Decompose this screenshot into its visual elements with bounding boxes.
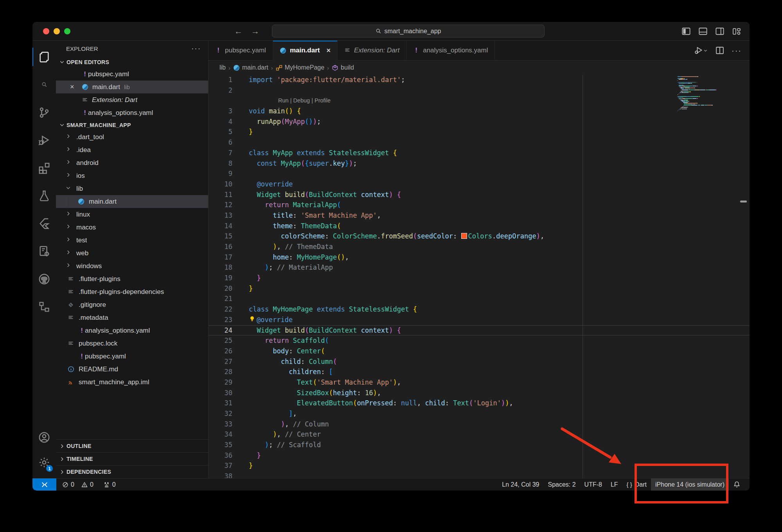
codelens-line[interactable]: Run | Debug | Profile [209, 95, 750, 106]
more-actions[interactable]: ··· [732, 46, 742, 55]
tree-file-.flutter-plugins[interactable]: .flutter-plugins [56, 272, 208, 285]
activity-flutter[interactable] [32, 210, 56, 237]
open-editors-header[interactable]: OPEN EDITORS [56, 56, 208, 68]
breadcrumb-item[interactable]: main.dart [233, 64, 268, 71]
code-line-31[interactable]: 31 ElevatedButton(onPressed: null, child… [209, 398, 750, 408]
tree-folder-linux[interactable]: linux [56, 208, 208, 221]
code-line-33[interactable]: 33 ), // Column [209, 419, 750, 430]
code-editor[interactable]: 1import 'package:flutter/material.dart';… [209, 75, 750, 478]
scrollbar-handle[interactable] [740, 201, 747, 202]
activity-settings[interactable]: 1 [32, 450, 56, 475]
tree-folder-lib[interactable]: lib [56, 182, 208, 195]
activity-testing[interactable] [32, 182, 56, 210]
code-line-27[interactable]: 27 child: Column( [209, 356, 750, 367]
code-line-29[interactable]: 29 Text('Smart Machine App'), [209, 377, 750, 388]
tree-folder-android[interactable]: android [56, 156, 208, 169]
activity-search[interactable] [32, 71, 56, 99]
code-line-18[interactable]: 18 ); // MaterialApp [209, 262, 750, 273]
problems-button[interactable]: 00 [62, 481, 93, 488]
customize-layout-icon[interactable] [732, 27, 741, 36]
zoom-button[interactable] [64, 28, 70, 34]
activity-explorer[interactable] [32, 43, 56, 71]
minimap[interactable] [678, 76, 724, 113]
panel-bottom-icon[interactable] [699, 27, 707, 36]
minimize-button[interactable] [54, 28, 60, 34]
code-line-2[interactable]: 2 [209, 85, 750, 96]
code-line-13[interactable]: 13 title: 'Smart Machine App', [209, 210, 750, 221]
activity-references[interactable] [32, 293, 56, 321]
activity-github[interactable] [32, 265, 56, 293]
tree-folder-web[interactable]: web [56, 247, 208, 260]
sidebar-more-actions[interactable]: ··· [191, 44, 201, 53]
tree-folder-.dart_tool[interactable]: .dart_tool [56, 131, 208, 143]
tree-folder-test[interactable]: test [56, 234, 208, 247]
breadcrumb-item[interactable]: lib [219, 64, 226, 71]
panel-left-icon[interactable] [682, 27, 690, 36]
breadcrumb-item[interactable]: build [332, 64, 354, 71]
close-icon[interactable]: × [70, 83, 74, 91]
encoding[interactable]: UTF-8 [580, 478, 606, 491]
code-line-28[interactable]: 28 children: [ [209, 367, 750, 377]
code-line-19[interactable]: 19 } [209, 273, 750, 283]
code-line-7[interactable]: 7class MyApp extends StatelessWidget { [209, 148, 750, 158]
activity-source-control[interactable] [32, 99, 56, 126]
tree-folder-.idea[interactable]: .idea [56, 143, 208, 156]
project-root-header[interactable]: SMART_MACHINE_APP [56, 119, 208, 131]
tree-file-smart_machine_app.iml[interactable]: smart_machine_app.iml [56, 376, 208, 389]
code-line-30[interactable]: 30 SizedBox(height: 16), [209, 388, 750, 398]
tree-file-pubspec.lock[interactable]: pubspec.lock [56, 337, 208, 350]
code-line-5[interactable]: 5} [209, 127, 750, 137]
activity-extensions[interactable] [32, 154, 56, 182]
code-line-32[interactable]: 32 ], [209, 408, 750, 419]
code-line-35[interactable]: 35 ); // Scaffold [209, 440, 750, 450]
tree-file-.flutter-plugins-dependencies[interactable]: .flutter-plugins-dependencies [56, 285, 208, 298]
code-line-22[interactable]: 22class MyHomePage extends StatelessWidg… [209, 304, 750, 315]
tab-main-dart[interactable]: main.dart× [273, 41, 338, 61]
notifications-bell[interactable] [729, 478, 745, 491]
forward-button[interactable]: → [251, 27, 259, 36]
section-outline[interactable]: OUTLINE [56, 439, 208, 452]
close-icon[interactable]: × [326, 47, 331, 55]
back-button[interactable]: ← [234, 27, 243, 36]
tab-extension-dart[interactable]: Extension: Dart [338, 41, 406, 60]
activity-run-and-debug[interactable] [32, 126, 56, 154]
indentation[interactable]: Spaces: 2 [543, 478, 580, 491]
code-line-1[interactable]: 1import 'package:flutter/material.dart'; [209, 75, 750, 85]
tree-file-README.md[interactable]: README.md [56, 363, 208, 376]
code-line-4[interactable]: 4 runApp(MyApp()); [209, 116, 750, 127]
code-line-10[interactable]: 10 @override [209, 179, 750, 190]
color-swatch[interactable] [461, 233, 467, 239]
open-editor-item[interactable]: Extension: Dart [56, 93, 208, 106]
code-line-20[interactable]: 20} [209, 283, 750, 294]
tab-pubspec-yaml[interactable]: !pubspec.yaml [209, 41, 273, 60]
code-line-14[interactable]: 14 theme: ThemeData( [209, 221, 750, 231]
code-line-16[interactable]: 16 ), // ThemeData [209, 242, 750, 252]
remote-indicator[interactable] [32, 478, 56, 491]
code-line-17[interactable]: 17 home: MyHomePage(), [209, 252, 750, 263]
code-line-23[interactable]: 23@override [209, 315, 750, 325]
split-editor[interactable] [715, 46, 724, 55]
code-line-24[interactable]: 24 Widget build(BuildContext context) { [209, 325, 750, 336]
command-center-search[interactable]: smart_machine_app [272, 25, 545, 38]
code-line-3[interactable]: 3void main() { [209, 106, 750, 116]
tree-file-main.dart[interactable]: main.dart [56, 195, 208, 208]
language-mode[interactable]: { }Dart [622, 478, 651, 491]
breadcrumb-item[interactable]: MyHomePage [276, 64, 324, 71]
tree-file-.gitignore[interactable]: .gitignore [56, 298, 208, 311]
code-line-37[interactable]: 37} [209, 460, 750, 471]
end-of-line[interactable]: LF [606, 478, 622, 491]
breadcrumb[interactable]: lib› main.dart› MyHomePage› build [209, 61, 750, 75]
lightbulb-icon[interactable] [249, 315, 257, 322]
code-line-9[interactable]: 9 [209, 168, 750, 179]
code-line-25[interactable]: 25 return Scaffold( [209, 335, 750, 346]
code-line-26[interactable]: 26 body: Center( [209, 346, 750, 356]
code-line-38[interactable]: 38 [209, 471, 750, 478]
code-line-36[interactable]: 36 } [209, 450, 750, 461]
panel-right-icon[interactable] [715, 27, 724, 36]
device-selector[interactable]: iPhone 14 (ios simulator) [651, 478, 729, 491]
code-line-12[interactable]: 12 return MaterialApp( [209, 200, 750, 210]
tab-analysis-options-yaml[interactable]: !analysis_options.yaml [406, 41, 495, 60]
code-line-34[interactable]: 34 ), // Center [209, 429, 750, 440]
open-editor-item[interactable]: !analysis_options.yaml [56, 106, 208, 119]
code-line-21[interactable]: 21 [209, 294, 750, 304]
